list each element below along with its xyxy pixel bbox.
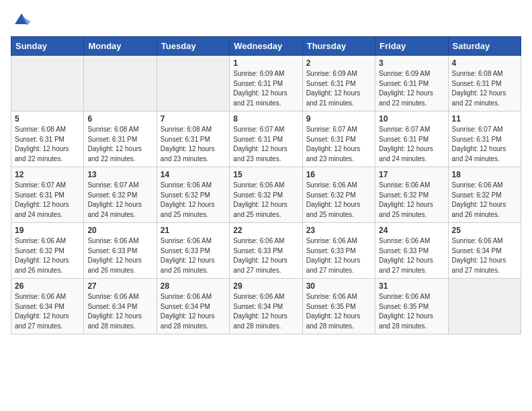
calendar-cell: 27Sunrise: 6:06 AM Sunset: 6:34 PM Dayli…	[84, 279, 157, 334]
day-info: Sunrise: 6:07 AM Sunset: 6:31 PM Dayligh…	[15, 181, 80, 220]
weekday-header-sunday: Sunday	[11, 37, 84, 56]
calendar-cell: 28Sunrise: 6:06 AM Sunset: 6:34 PM Dayli…	[157, 279, 229, 334]
day-number: 18	[452, 170, 517, 179]
calendar-cell: 12Sunrise: 6:07 AM Sunset: 6:31 PM Dayli…	[11, 167, 84, 223]
day-info: Sunrise: 6:06 AM Sunset: 6:32 PM Dayligh…	[233, 181, 298, 220]
day-info: Sunrise: 6:08 AM Sunset: 6:31 PM Dayligh…	[452, 69, 517, 108]
calendar-week-3: 12Sunrise: 6:07 AM Sunset: 6:31 PM Dayli…	[11, 167, 521, 223]
day-info: Sunrise: 6:08 AM Sunset: 6:31 PM Dayligh…	[87, 125, 152, 164]
calendar-week-4: 19Sunrise: 6:06 AM Sunset: 6:32 PM Dayli…	[11, 223, 521, 279]
day-number: 27	[87, 281, 152, 291]
day-info: Sunrise: 6:06 AM Sunset: 6:33 PM Dayligh…	[87, 236, 152, 275]
weekday-header-friday: Friday	[375, 37, 448, 56]
day-info: Sunrise: 6:06 AM Sunset: 6:32 PM Dayligh…	[15, 236, 80, 275]
day-number: 2	[306, 58, 371, 68]
calendar-cell: 17Sunrise: 6:06 AM Sunset: 6:32 PM Dayli…	[375, 167, 448, 223]
day-info: Sunrise: 6:06 AM Sunset: 6:34 PM Dayligh…	[233, 292, 298, 331]
calendar-cell: 16Sunrise: 6:06 AM Sunset: 6:32 PM Dayli…	[302, 167, 375, 223]
calendar-cell: 5Sunrise: 6:08 AM Sunset: 6:31 PM Daylig…	[11, 111, 84, 167]
day-number: 6	[87, 114, 152, 124]
calendar-cell: 19Sunrise: 6:06 AM Sunset: 6:32 PM Dayli…	[11, 223, 84, 279]
day-info: Sunrise: 6:07 AM Sunset: 6:31 PM Dayligh…	[452, 125, 517, 164]
day-info: Sunrise: 6:08 AM Sunset: 6:31 PM Dayligh…	[15, 125, 80, 164]
calendar-cell: 6Sunrise: 6:08 AM Sunset: 6:31 PM Daylig…	[84, 111, 157, 167]
weekday-header-row: SundayMondayTuesdayWednesdayThursdayFrid…	[11, 37, 521, 56]
day-number: 4	[452, 58, 517, 68]
calendar-cell: 13Sunrise: 6:07 AM Sunset: 6:32 PM Dayli…	[84, 167, 157, 223]
logo-icon	[12, 9, 31, 28]
day-info: Sunrise: 6:06 AM Sunset: 6:35 PM Dayligh…	[379, 292, 444, 331]
day-info: Sunrise: 6:06 AM Sunset: 6:32 PM Dayligh…	[306, 181, 371, 220]
day-info: Sunrise: 6:06 AM Sunset: 6:33 PM Dayligh…	[306, 236, 371, 275]
calendar-cell: 26Sunrise: 6:06 AM Sunset: 6:34 PM Dayli…	[11, 279, 84, 334]
day-number: 19	[15, 226, 80, 235]
calendar-cell: 29Sunrise: 6:06 AM Sunset: 6:34 PM Dayli…	[230, 279, 302, 334]
weekday-header-saturday: Saturday	[448, 37, 521, 56]
calendar-cell: 1Sunrise: 6:09 AM Sunset: 6:31 PM Daylig…	[230, 56, 302, 111]
calendar-cell: 24Sunrise: 6:06 AM Sunset: 6:33 PM Dayli…	[375, 223, 448, 279]
calendar-cell: 2Sunrise: 6:09 AM Sunset: 6:31 PM Daylig…	[302, 56, 375, 111]
calendar-cell: 9Sunrise: 6:07 AM Sunset: 6:31 PM Daylig…	[302, 111, 375, 167]
day-info: Sunrise: 6:06 AM Sunset: 6:35 PM Dayligh…	[306, 292, 371, 331]
calendar-cell: 18Sunrise: 6:06 AM Sunset: 6:32 PM Dayli…	[448, 167, 521, 223]
calendar-cell: 3Sunrise: 6:09 AM Sunset: 6:31 PM Daylig…	[375, 56, 448, 111]
calendar-cell	[84, 56, 157, 111]
calendar-cell: 4Sunrise: 6:08 AM Sunset: 6:31 PM Daylig…	[448, 56, 521, 111]
calendar-cell: 22Sunrise: 6:06 AM Sunset: 6:33 PM Dayli…	[230, 223, 302, 279]
calendar-week-5: 26Sunrise: 6:06 AM Sunset: 6:34 PM Dayli…	[11, 279, 521, 334]
day-number: 29	[233, 281, 298, 291]
day-info: Sunrise: 6:07 AM Sunset: 6:31 PM Dayligh…	[233, 125, 298, 164]
day-info: Sunrise: 6:06 AM Sunset: 6:34 PM Dayligh…	[161, 292, 226, 331]
day-number: 5	[15, 114, 80, 124]
weekday-header-wednesday: Wednesday	[230, 37, 302, 56]
day-info: Sunrise: 6:07 AM Sunset: 6:32 PM Dayligh…	[87, 181, 152, 220]
calendar-table: SundayMondayTuesdayWednesdayThursdayFrid…	[11, 36, 521, 334]
day-number: 7	[161, 114, 226, 124]
day-number: 3	[379, 58, 444, 68]
day-info: Sunrise: 6:06 AM Sunset: 6:34 PM Dayligh…	[452, 236, 517, 275]
day-info: Sunrise: 6:06 AM Sunset: 6:33 PM Dayligh…	[233, 236, 298, 275]
calendar-cell: 31Sunrise: 6:06 AM Sunset: 6:35 PM Dayli…	[375, 279, 448, 334]
calendar-cell: 15Sunrise: 6:06 AM Sunset: 6:32 PM Dayli…	[230, 167, 302, 223]
calendar-cell: 25Sunrise: 6:06 AM Sunset: 6:34 PM Dayli…	[448, 223, 521, 279]
day-number: 17	[379, 170, 444, 179]
calendar-cell	[448, 279, 521, 334]
weekday-header-monday: Monday	[84, 37, 157, 56]
day-info: Sunrise: 6:06 AM Sunset: 6:33 PM Dayligh…	[379, 236, 444, 275]
day-number: 15	[233, 170, 298, 179]
calendar-cell: 7Sunrise: 6:08 AM Sunset: 6:31 PM Daylig…	[157, 111, 229, 167]
day-number: 20	[87, 226, 152, 235]
calendar-cell: 14Sunrise: 6:06 AM Sunset: 6:32 PM Dayli…	[157, 167, 229, 223]
day-number: 11	[452, 114, 517, 124]
day-number: 25	[452, 226, 517, 235]
day-info: Sunrise: 6:06 AM Sunset: 6:34 PM Dayligh…	[15, 292, 80, 331]
weekday-header-tuesday: Tuesday	[157, 37, 229, 56]
page-header	[11, 11, 521, 28]
calendar-cell: 11Sunrise: 6:07 AM Sunset: 6:31 PM Dayli…	[448, 111, 521, 167]
day-number: 31	[379, 281, 444, 291]
day-number: 22	[233, 226, 298, 235]
calendar-cell: 21Sunrise: 6:06 AM Sunset: 6:33 PM Dayli…	[157, 223, 229, 279]
day-number: 30	[306, 281, 371, 291]
calendar-week-2: 5Sunrise: 6:08 AM Sunset: 6:31 PM Daylig…	[11, 111, 521, 167]
day-number: 26	[15, 281, 80, 291]
calendar-week-1: 1Sunrise: 6:09 AM Sunset: 6:31 PM Daylig…	[11, 56, 521, 111]
day-number: 12	[15, 170, 80, 179]
day-info: Sunrise: 6:06 AM Sunset: 6:32 PM Dayligh…	[161, 181, 226, 220]
day-info: Sunrise: 6:06 AM Sunset: 6:33 PM Dayligh…	[161, 236, 226, 275]
day-number: 8	[233, 114, 298, 124]
calendar-cell	[11, 56, 84, 111]
calendar-cell: 20Sunrise: 6:06 AM Sunset: 6:33 PM Dayli…	[84, 223, 157, 279]
logo	[11, 11, 31, 28]
day-number: 13	[87, 170, 152, 179]
day-info: Sunrise: 6:07 AM Sunset: 6:31 PM Dayligh…	[306, 125, 371, 164]
day-info: Sunrise: 6:09 AM Sunset: 6:31 PM Dayligh…	[233, 69, 298, 108]
calendar-cell	[157, 56, 229, 111]
day-number: 23	[306, 226, 371, 235]
calendar-cell: 8Sunrise: 6:07 AM Sunset: 6:31 PM Daylig…	[230, 111, 302, 167]
calendar-cell: 23Sunrise: 6:06 AM Sunset: 6:33 PM Dayli…	[302, 223, 375, 279]
weekday-header-thursday: Thursday	[302, 37, 375, 56]
calendar-cell: 30Sunrise: 6:06 AM Sunset: 6:35 PM Dayli…	[302, 279, 375, 334]
day-info: Sunrise: 6:07 AM Sunset: 6:31 PM Dayligh…	[379, 125, 444, 164]
day-number: 9	[306, 114, 371, 124]
